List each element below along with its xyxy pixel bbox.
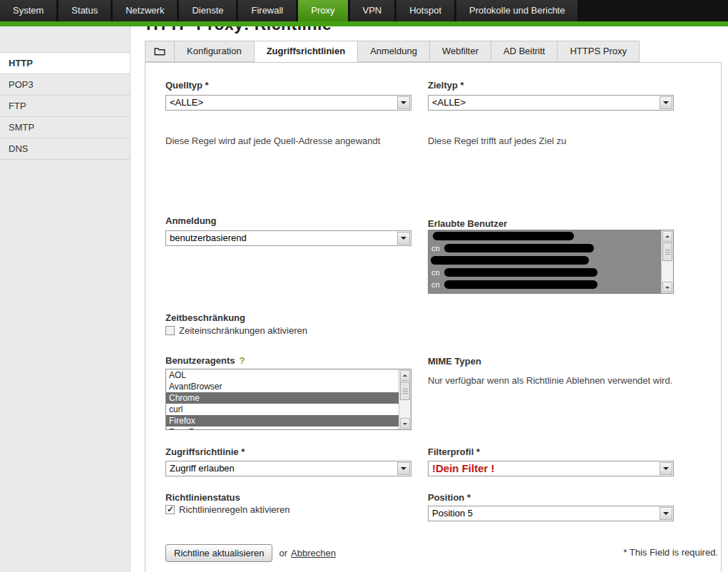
- agent-option-curl[interactable]: curl: [166, 404, 399, 415]
- nav-item-netzwerk[interactable]: Netzwerk: [113, 0, 177, 21]
- anmeldung-label: Anmeldung: [165, 215, 217, 226]
- user-row[interactable]: cn=AbbasSab,ou=Schuelerinnen,o=MBG: [429, 291, 661, 293]
- agent-option-aol[interactable]: AOL: [166, 369, 399, 381]
- sidebar-item-http[interactable]: HTTP: [0, 53, 130, 74]
- tab-konfiguration[interactable]: Konfiguration: [175, 41, 255, 62]
- user-row-prefix: cn: [431, 280, 440, 289]
- sidebar-spacer: [0, 26, 130, 53]
- nav-item-status[interactable]: Status: [58, 0, 111, 21]
- anmeldung-value: benutzerbasierend: [166, 231, 396, 245]
- zeitbeschraenkung-checkbox-label: Zeiteinschränkungen aktivieren: [179, 325, 307, 336]
- agent-option-frontpage[interactable]: FrontPage: [166, 427, 399, 429]
- position-select[interactable]: Position 5: [428, 506, 674, 521]
- user-row-redacted[interactable]: cn: [429, 279, 661, 291]
- zieltyp-select[interactable]: <ALLE>: [428, 95, 674, 111]
- zieltyp-label: Zieltyp *: [428, 80, 464, 91]
- sidebar-item-dns[interactable]: DNS: [0, 138, 130, 160]
- cancel-link[interactable]: Abbrechen: [291, 548, 336, 558]
- redaction-bar: [444, 268, 598, 277]
- tab-anmeldung[interactable]: Anmeldung: [358, 41, 430, 62]
- zeitbeschraenkung-row: Zeiteinschränkungen aktivieren: [165, 325, 307, 336]
- nav-item-firewall[interactable]: Firewall: [238, 0, 296, 21]
- scroll-up-icon[interactable]: [400, 370, 410, 381]
- tab-zugriffsrichtlinien[interactable]: Zugriffsrichtlinien: [255, 41, 359, 63]
- screen: HTTP-Proxy: Richtlinie System Status Net…: [0, 0, 728, 572]
- top-nav: System Status Netzwerk Dienste Firewall …: [0, 0, 728, 21]
- quelltyp-help: Diese Regel wird auf jede Quell-Adresse …: [165, 136, 380, 146]
- sidebar-item-ftp[interactable]: FTP: [0, 96, 130, 117]
- redaction-bar: [433, 232, 574, 240]
- redaction-bar: [444, 244, 594, 252]
- agent-option-avantbrowser[interactable]: AvantBrowser: [166, 381, 399, 392]
- folder-icon: [154, 47, 165, 56]
- agents-scrollbar[interactable]: [399, 369, 411, 429]
- anmeldung-select[interactable]: benutzerbasierend: [165, 230, 411, 246]
- nav-item-proxy[interactable]: Proxy: [298, 0, 347, 21]
- zeitbeschraenkung-checkbox[interactable]: [165, 326, 175, 335]
- update-policy-button[interactable]: Richtline aktualisieren: [165, 544, 272, 562]
- agent-option-firefox[interactable]: Firefox: [166, 415, 399, 427]
- chevron-down-icon[interactable]: [397, 232, 410, 245]
- zieltyp-value: <ALLE>: [429, 96, 659, 110]
- or-text: or: [279, 548, 287, 558]
- sidebar-item-smtp[interactable]: SMTP: [0, 117, 130, 138]
- tab-bar: Konfiguration Zugriffsrichtlinien Anmeld…: [145, 41, 640, 63]
- tab-folder[interactable]: [145, 41, 175, 62]
- user-row-redacted[interactable]: cn: [429, 267, 661, 279]
- chevron-down-icon[interactable]: [660, 462, 672, 475]
- nav-item-system[interactable]: System: [0, 0, 56, 21]
- richtlinienstatus-row: Richtlinienregeln aktivieren: [165, 504, 289, 515]
- richtlinienstatus-label: Richtlinienstatus: [165, 492, 240, 503]
- richtlinienstatus-checkbox[interactable]: [165, 505, 175, 514]
- quelltyp-select[interactable]: <ALLE>: [165, 95, 411, 111]
- quelltyp-value: <ALLE>: [166, 96, 396, 110]
- user-row-redacted[interactable]: [429, 230, 661, 242]
- nav-item-dienste[interactable]: Dienste: [179, 0, 236, 21]
- scrollbar-thumb[interactable]: [400, 382, 410, 400]
- filterprofil-value: !Dein Filter !: [429, 461, 659, 475]
- erlaubte-benutzer-rows: cn cn cn cn=AbbasSab,ou=Schuelerinnen,o=…: [429, 230, 661, 293]
- benutzeragents-list[interactable]: AOL AvantBrowser Chrome curl Firefox Fro…: [165, 369, 411, 430]
- mime-note: Nur verfügbar wenn als Richtlinie Ablehn…: [428, 375, 672, 386]
- zugriffsrichtlinie-select[interactable]: Zugriff erlauben: [165, 461, 411, 476]
- user-row-prefix: cn: [431, 268, 440, 277]
- zugriffsrichtlinie-value: Zugriff erlauben: [166, 461, 396, 476]
- scrollbar-thumb[interactable]: [662, 242, 672, 261]
- nav-item-protokolle[interactable]: Protokolle und Berichte: [456, 0, 578, 21]
- help-icon[interactable]: ?: [240, 355, 245, 366]
- nav-item-hotspot[interactable]: Hotspot: [396, 0, 454, 21]
- user-row-text: cn=AbbasSab,ou=Schuelerinnen,o=MBG: [431, 292, 575, 293]
- user-row-redacted[interactable]: [429, 255, 661, 267]
- richtlinienstatus-checkbox-label: Richtlinienregeln aktivieren: [179, 504, 289, 515]
- chevron-down-icon[interactable]: [660, 507, 672, 520]
- tab-https-proxy[interactable]: HTTPS Proxy: [558, 41, 639, 62]
- zieltyp-help: Diese Regel trifft auf jedes Ziel zu: [428, 136, 566, 146]
- scroll-down-icon[interactable]: [400, 418, 410, 429]
- tab-ad-beitritt[interactable]: AD Beitritt: [491, 41, 558, 62]
- agent-option-chrome[interactable]: Chrome: [166, 392, 399, 404]
- tab-webfilter[interactable]: Webfilter: [430, 41, 491, 62]
- filterprofil-label: Filterprofil *: [428, 446, 480, 457]
- benutzeragents-rows: AOL AvantBrowser Chrome curl Firefox Fro…: [166, 369, 399, 429]
- user-row-prefix: cn: [431, 244, 440, 252]
- erlaubte-benutzer-label: Erlaubte Benutzer: [428, 218, 507, 229]
- scroll-down-icon[interactable]: [662, 282, 672, 292]
- chevron-down-icon[interactable]: [397, 462, 410, 475]
- accent-bar: [0, 21, 728, 26]
- form-actions: Richtline aktualisieren or Abbrechen: [165, 544, 336, 562]
- chevron-down-icon[interactable]: [397, 96, 410, 109]
- mime-label: MIME Typen: [428, 356, 481, 367]
- zugriffsrichtlinie-label: Zugriffsrichtlinie *: [165, 446, 245, 457]
- scroll-up-icon[interactable]: [662, 231, 672, 242]
- position-label: Position *: [428, 492, 471, 503]
- nav-item-vpn[interactable]: VPN: [350, 0, 395, 21]
- chevron-down-icon[interactable]: [660, 96, 672, 109]
- user-row-redacted[interactable]: cn: [429, 242, 661, 255]
- users-scrollbar[interactable]: [661, 230, 673, 293]
- redaction-bar: [444, 280, 598, 289]
- erlaubte-benutzer-list[interactable]: cn cn cn cn=AbbasSab,ou=Schuelerinnen,o=…: [428, 230, 674, 294]
- sidebar-item-pop3[interactable]: POP3: [0, 74, 130, 96]
- filterprofil-select[interactable]: !Dein Filter !: [428, 461, 674, 476]
- sidebar: HTTP POP3 FTP SMTP DNS: [0, 26, 130, 572]
- zeitbeschraenkung-label: Zeitbeschränkung: [165, 312, 245, 323]
